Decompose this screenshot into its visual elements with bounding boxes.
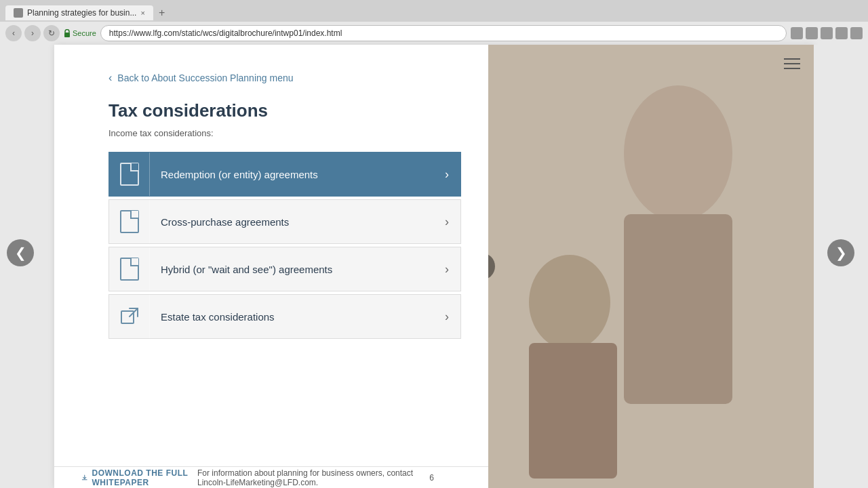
menu-item-icon-hybrid (109, 247, 150, 291)
menu-list: Redemption (or entity) agreements › Cros… (108, 152, 461, 339)
address-bar-input[interactable] (100, 25, 787, 41)
toolbar-icon-5 (850, 27, 863, 39)
menu-item-arrow-estate: › (433, 310, 460, 324)
back-arrow-icon: ‹ (108, 72, 112, 84)
new-tab-button[interactable]: + (153, 4, 170, 22)
toolbar-icon-3 (821, 27, 833, 39)
hamburger-line-3 (784, 68, 800, 69)
external-link-icon (120, 307, 139, 326)
hamburger-line-1 (784, 58, 800, 60)
hamburger-line-2 (784, 63, 800, 64)
prev-nav-button-outer[interactable]: ❮ (7, 239, 34, 266)
menu-item-hybrid[interactable]: Hybrid (or "wait and see") agreements › (108, 247, 461, 291)
menu-item-estate-tax[interactable]: Estate tax considerations › (108, 294, 461, 339)
document-icon (120, 163, 139, 186)
menu-item-label-redemption: Redemption (or entity) agreements (150, 169, 433, 180)
forward-button[interactable]: › (24, 25, 41, 41)
hamburger-menu-button[interactable] (784, 58, 800, 69)
hero-image: ❮ ❯ (488, 45, 814, 488)
refresh-button[interactable]: ↻ (43, 25, 60, 41)
document-icon-2 (120, 210, 139, 233)
next-nav-button-outer[interactable]: ❯ (827, 239, 854, 266)
tab-title: Planning strategies for busin... (27, 8, 136, 18)
prev-arrow-outer-icon: ❮ (15, 245, 26, 261)
menu-item-arrow-redemption: › (433, 167, 460, 182)
menu-item-icon-estate (109, 295, 150, 338)
browser-tab[interactable]: Planning strategies for busin... × (5, 5, 153, 20)
tab-close-button[interactable]: × (140, 9, 144, 17)
menu-item-redemption[interactable]: Redemption (or entity) agreements › (108, 152, 461, 197)
secure-indicator: Secure (64, 29, 96, 37)
svg-rect-1 (121, 311, 134, 323)
page-subtitle: Income tax considerations: (108, 128, 461, 138)
download-label: DOWNLOAD THE FULL WHITEPAPER (92, 468, 197, 487)
menu-item-cross-purchase[interactable]: Cross-purchase agreements › (108, 199, 461, 244)
svg-rect-0 (64, 33, 70, 37)
toolbar-icon-2 (806, 27, 818, 39)
footer-page-number: 6 (429, 473, 434, 483)
back-button[interactable]: ‹ (5, 25, 22, 41)
page-title: Tax considerations (108, 100, 461, 121)
menu-item-icon-redemption (109, 152, 150, 196)
tab-favicon (14, 8, 23, 18)
menu-item-label-cross-purchase: Cross-purchase agreements (150, 216, 433, 228)
menu-item-label-hybrid: Hybrid (or "wait and see") agreements (150, 264, 433, 275)
next-arrow-outer-icon: ❯ (835, 245, 847, 261)
svg-rect-7 (488, 45, 814, 488)
back-link-text: Back to About Succession Planning menu (117, 73, 293, 83)
photo-background (488, 45, 814, 488)
secure-label-text: Secure (73, 29, 96, 37)
document-icon-3 (120, 258, 139, 281)
menu-item-arrow-cross-purchase: › (433, 215, 460, 229)
download-whitepaper-button[interactable]: DOWNLOAD THE FULL WHITEPAPER (81, 468, 197, 487)
toolbar-icon-1 (791, 27, 803, 39)
footer-contact: For information about planning for busin… (197, 468, 429, 487)
back-link[interactable]: ‹ Back to About Succession Planning menu (108, 72, 461, 84)
menu-item-icon-cross-purchase (109, 200, 150, 243)
menu-item-label-estate: Estate tax considerations (150, 311, 433, 323)
page-footer: DOWNLOAD THE FULL WHITEPAPER For informa… (54, 466, 488, 488)
toolbar-icon-4 (835, 27, 848, 39)
photo-svg (488, 45, 814, 488)
menu-item-arrow-hybrid: › (433, 262, 460, 277)
download-icon (81, 473, 87, 483)
